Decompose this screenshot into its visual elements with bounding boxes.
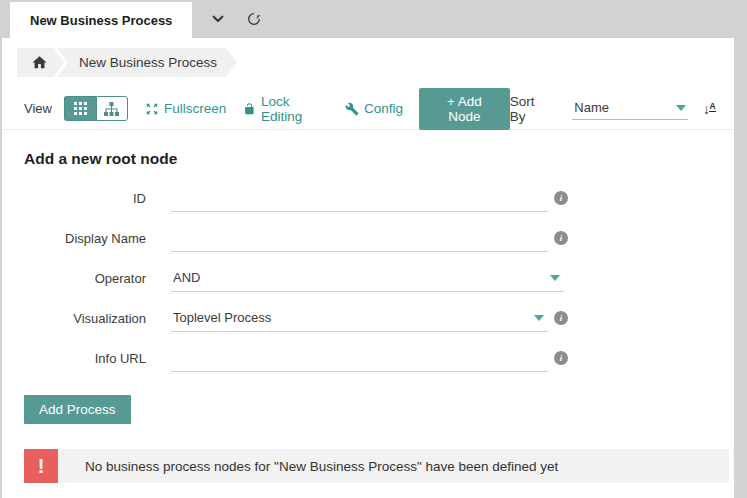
grid-icon: [74, 102, 87, 115]
form-row-visualization: Visualization Toplevel Process i: [2, 304, 734, 332]
id-label: ID: [2, 191, 146, 206]
home-icon: [31, 54, 48, 71]
fullscreen-icon: [145, 102, 159, 116]
wrench-icon: [345, 102, 359, 116]
visualization-value: Toplevel Process: [171, 310, 534, 325]
form-row-operator: Operator AND: [2, 264, 734, 292]
fullscreen-label: Fullscreen: [164, 101, 226, 116]
form-row-id: ID i: [2, 184, 734, 212]
add-root-node-form: ID i Display Name i Operator AND Visuali…: [2, 184, 734, 384]
sort-order-button[interactable]: ↓ A: [703, 102, 716, 116]
tab-bar: New Business Process: [0, 0, 747, 38]
warning-exclamation-icon: !: [24, 449, 58, 483]
info-icon[interactable]: i: [554, 231, 568, 245]
display-name-label: Display Name: [2, 231, 146, 246]
info-icon[interactable]: i: [554, 191, 568, 205]
operator-select[interactable]: AND: [171, 264, 564, 292]
id-input[interactable]: [171, 190, 548, 205]
tab-new-business-process[interactable]: New Business Process: [10, 2, 192, 38]
warning-message: No business process nodes for "New Busin…: [85, 459, 558, 474]
view-toggle-group: [64, 96, 128, 121]
unlock-icon: [243, 102, 256, 116]
info-url-input[interactable]: [171, 350, 548, 365]
form-row-display-name: Display Name i: [2, 224, 734, 252]
operator-value: AND: [171, 270, 550, 285]
lock-editing-label: Lock Editing: [261, 94, 328, 124]
info-icon[interactable]: i: [554, 351, 568, 365]
sort-alpha-icon: A: [709, 102, 716, 113]
view-grid-button[interactable]: [64, 96, 96, 121]
fullscreen-button[interactable]: Fullscreen: [145, 101, 226, 116]
toolbar: View: [2, 88, 734, 130]
sort-by-value: Name: [574, 100, 609, 115]
info-icon[interactable]: i: [554, 311, 568, 325]
sort-by-label: Sort By: [510, 94, 551, 124]
info-url-label: Info URL: [2, 351, 146, 366]
visualization-select[interactable]: Toplevel Process: [171, 304, 548, 332]
chevron-down-icon: [534, 315, 544, 321]
display-name-input[interactable]: [171, 230, 548, 245]
breadcrumb-item-label: New Business Process: [79, 55, 217, 70]
chevron-down-icon: [550, 275, 560, 281]
refresh-icon[interactable]: [244, 9, 264, 29]
tab-list-chevron-down-icon[interactable]: [208, 9, 228, 29]
view-tree-button[interactable]: [96, 96, 128, 121]
add-node-button[interactable]: + Add Node: [419, 88, 510, 130]
lock-editing-button[interactable]: Lock Editing: [243, 94, 328, 124]
sort-by-select[interactable]: Name: [572, 97, 688, 120]
add-process-button[interactable]: Add Process: [24, 395, 131, 424]
breadcrumb-item[interactable]: New Business Process: [57, 48, 237, 77]
form-row-info-url: Info URL i: [2, 344, 734, 372]
form-heading: Add a new root node: [24, 150, 177, 168]
tab-label: New Business Process: [30, 13, 172, 28]
config-label: Config: [364, 101, 403, 116]
view-label: View: [24, 101, 52, 116]
tree-icon: [104, 102, 119, 116]
operator-label: Operator: [2, 271, 146, 286]
content-panel: New Business Process View: [2, 38, 734, 498]
breadcrumb-home[interactable]: [17, 48, 64, 77]
config-button[interactable]: Config: [345, 101, 403, 116]
visualization-label: Visualization: [2, 311, 146, 326]
warning-bar: ! No business process nodes for "New Bus…: [24, 449, 729, 483]
chevron-down-icon: [676, 105, 686, 111]
breadcrumb: New Business Process: [17, 48, 237, 77]
